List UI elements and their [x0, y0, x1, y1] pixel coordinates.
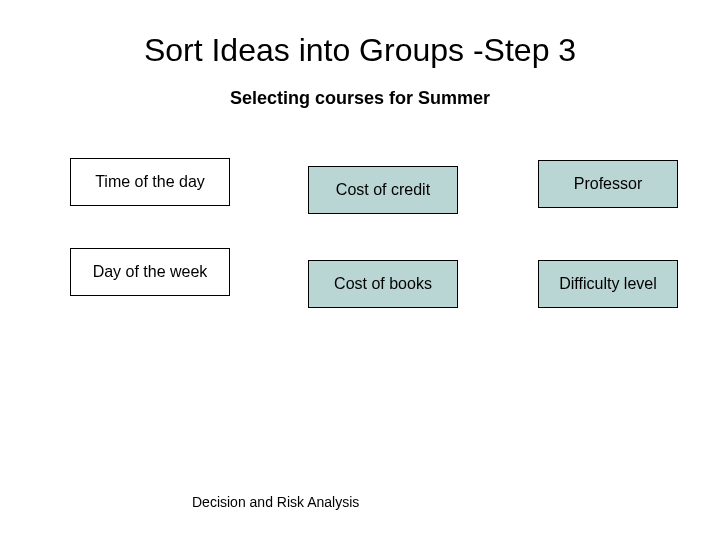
box-label: Time of the day	[95, 173, 205, 191]
box-time-of-day: Time of the day	[70, 158, 230, 206]
footer-text: Decision and Risk Analysis	[192, 494, 359, 510]
box-label: Cost of books	[334, 275, 432, 293]
box-label: Difficulty level	[559, 275, 657, 293]
box-professor: Professor	[538, 160, 678, 208]
box-day-of-week: Day of the week	[70, 248, 230, 296]
box-label: Professor	[574, 175, 642, 193]
box-label: Cost of credit	[336, 181, 430, 199]
slide-title: Sort Ideas into Groups -Step 3	[0, 32, 720, 69]
box-label: Day of the week	[93, 263, 208, 281]
slide-subtitle: Selecting courses for Summer	[0, 88, 720, 109]
box-difficulty-level: Difficulty level	[538, 260, 678, 308]
box-cost-of-books: Cost of books	[308, 260, 458, 308]
slide: Sort Ideas into Groups -Step 3 Selecting…	[0, 0, 720, 540]
box-cost-of-credit: Cost of credit	[308, 166, 458, 214]
